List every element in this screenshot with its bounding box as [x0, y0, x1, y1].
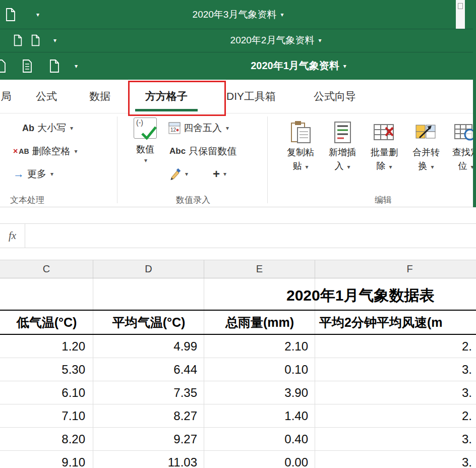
document-lines-icon [331, 119, 354, 146]
insert-button[interactable]: 新增插 入 ▾ [322, 117, 363, 194]
tab-formulas[interactable]: 公式 [30, 80, 63, 113]
window-edge-strip [456, 0, 465, 29]
column-header-f[interactable]: F [315, 260, 476, 278]
column-header-c[interactable]: C [0, 260, 93, 278]
window-title-march: 2020年3月气象资料 [193, 8, 277, 21]
window-title-january: 2020年1月气象资料 [251, 59, 339, 73]
group-label-numeric-entry: 数值录入 [165, 194, 221, 206]
cell[interactable]: 2. [315, 335, 476, 358]
pen-icon [169, 168, 181, 180]
cell[interactable]: 3.90 [204, 381, 315, 404]
ribbon-tab-strip: 局 公式 数据 方方格子 DIY工具箱 公式向导 [0, 80, 476, 113]
tab-diy-toolbox[interactable]: DIY工具箱 [216, 80, 286, 113]
window-title-february: 2020年2月气象资料 [230, 34, 315, 47]
table-row[interactable]: 1.20 4.99 2.10 2. [0, 335, 476, 358]
pen-tool-button[interactable]: ▾ [169, 166, 188, 182]
table-row[interactable]: 8.20 9.27 0.40 3. [0, 428, 476, 451]
title-dropdown-icon[interactable]: ▾ [343, 63, 346, 70]
group-divider [267, 116, 268, 203]
change-case-button[interactable]: Ab 大小写 ▾ [22, 120, 73, 136]
window-titlebar-february[interactable]: ▾ 2020年2月气象资料 ▾ [0, 29, 476, 52]
fx-button[interactable]: fx [0, 223, 25, 248]
cell[interactable]: 1.20 [0, 335, 93, 358]
table-row[interactable]: 6.10 7.35 3.90 3. [0, 381, 476, 404]
rounding-button[interactable]: 12 四舍五入 ▾ [168, 120, 229, 136]
group-label-edit: 编辑 [361, 194, 405, 206]
tab-formula-wizard[interactable]: 公式向导 [305, 80, 365, 113]
merge-convert-button[interactable]: 合并转 换 ▾ [406, 117, 446, 194]
title-dropdown-icon[interactable]: ▾ [280, 11, 283, 18]
cell[interactable]: 0.40 [204, 428, 315, 450]
header-rainfall: 总雨量(mm) [204, 311, 315, 334]
cell[interactable]: 2. [315, 404, 476, 427]
case-icon: Ab [22, 123, 34, 134]
cell[interactable]: 0.00 [204, 451, 315, 468]
chevron-down-icon: ▾ [75, 148, 78, 155]
arrow-right-icon: → [13, 167, 24, 181]
fx-label: fx [9, 229, 16, 242]
header-avg-temp: 平均气温(°C) [93, 311, 204, 334]
table-row[interactable]: 5.30 6.44 0.10 3. [0, 358, 476, 381]
plus-tool-button[interactable]: + ▾ [213, 166, 226, 182]
column-header-e[interactable]: E [204, 260, 315, 278]
cell[interactable]: 8.27 [93, 404, 204, 427]
cell[interactable]: 11.03 [93, 451, 204, 468]
chevron-down-icon: ▾ [144, 157, 147, 164]
cell[interactable]: 3. [315, 428, 476, 450]
table-row[interactable]: 9.10 11.03 0.00 3. [0, 451, 476, 468]
cell[interactable]: 6.10 [0, 381, 93, 404]
cell[interactable]: 7.10 [0, 404, 93, 427]
window-behind-edge [473, 0, 476, 207]
tab-fangfanggezi[interactable]: 方方格子 [135, 80, 198, 113]
cell[interactable]: 9.10 [0, 451, 93, 468]
cell[interactable]: 1.40 [204, 404, 315, 427]
svg-text:12: 12 [170, 127, 176, 133]
cell[interactable]: 7.35 [93, 381, 204, 404]
worksheet-grid[interactable]: 2020年1月气象数据表 低气温(°C) 平均气温(°C) 总雨量(mm) 平均… [0, 278, 476, 468]
tab-data[interactable]: 数据 [85, 80, 115, 113]
table-header-row: 低气温(°C) 平均气温(°C) 总雨量(mm) 平均2分钟平均风速(m [0, 310, 476, 335]
cell[interactable]: 2.10 [204, 335, 315, 358]
cell[interactable]: 8.20 [0, 428, 93, 450]
keep-values-only-button[interactable]: Abc 只保留数值 [169, 143, 236, 159]
numeric-value-button[interactable]: (-) 数值 ▾ [129, 118, 161, 194]
batch-delete-button[interactable]: 批量删 除 ▾ [364, 117, 404, 194]
column-header-d[interactable]: D [93, 260, 204, 278]
window-titlebar-march[interactable]: ▾ 2020年3月气象资料 ▾ [0, 0, 476, 29]
sheet-title: 2020年1月气象数据表 [286, 285, 434, 306]
plus-icon: + [213, 167, 220, 181]
find-locate-button[interactable]: 查找定 位 ▾ [446, 117, 476, 194]
cell[interactable]: 4.99 [93, 335, 204, 358]
numeric-value-icon: (-) [134, 118, 157, 139]
merge-cells-icon [414, 119, 438, 146]
table-row[interactable]: 7.10 8.27 1.40 2. [0, 404, 476, 428]
column-header-row: C D E F [0, 260, 476, 278]
cell[interactable]: 5.30 [0, 358, 93, 381]
cell[interactable]: 3. [315, 358, 476, 381]
abc-icon: Abc [169, 146, 186, 156]
copy-paste-button[interactable]: 复制粘 贴 ▾ [280, 117, 321, 194]
window-mini-icon [458, 3, 463, 9]
cell[interactable]: 6.44 [93, 358, 204, 381]
formula-input[interactable] [25, 223, 476, 248]
table-delete-icon [372, 119, 396, 146]
chevron-down-icon: ▾ [185, 170, 188, 178]
cell[interactable]: 3. [315, 381, 476, 404]
delete-spaces-button[interactable]: × AB 删除空格 ▾ [13, 143, 78, 159]
tab-partial[interactable]: 局 [0, 80, 15, 113]
chevron-down-icon: ▾ [389, 163, 392, 170]
more-text-tools-button[interactable]: → 更多 ▾ [13, 166, 53, 182]
chevron-down-icon: ▾ [347, 163, 350, 170]
clipboard-icon [289, 119, 312, 146]
window-titlebar-january[interactable]: ▾ 2020年1月气象资料 ▾ [0, 52, 476, 80]
chevron-down-icon: ▾ [305, 163, 308, 170]
active-tab-underline [135, 109, 198, 111]
chevron-down-icon: ▾ [431, 163, 434, 170]
cell[interactable]: 9.27 [93, 428, 204, 450]
chevron-down-icon: ▾ [50, 170, 53, 178]
cell[interactable]: 3. [315, 451, 476, 468]
cell[interactable]: 0.10 [204, 358, 315, 381]
title-dropdown-icon[interactable]: ▾ [318, 37, 321, 44]
delete-mark-icon: × [13, 147, 18, 156]
group-label-text-processing: 文本处理 [0, 194, 54, 206]
